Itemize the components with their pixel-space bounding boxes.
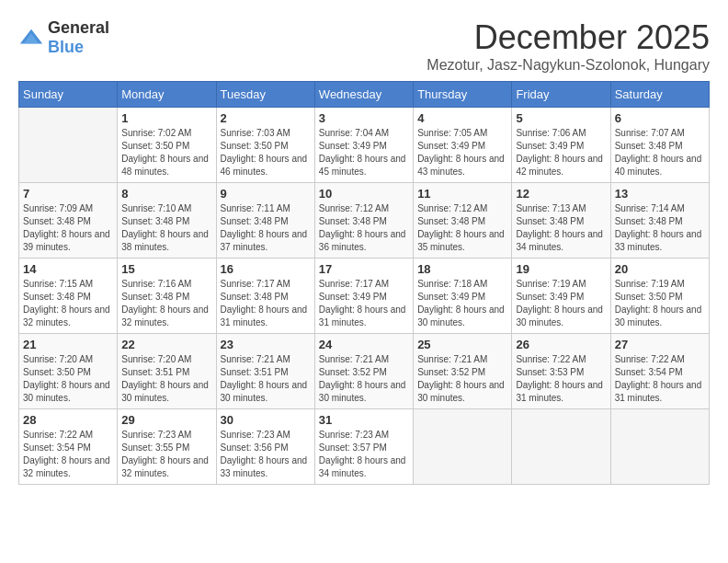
- header-row: Sunday Monday Tuesday Wednesday Thursday…: [19, 82, 710, 108]
- day-number: 21: [23, 338, 113, 351]
- daylight: Daylight: 8 hours and 30 minutes.: [23, 380, 110, 403]
- day-info: Sunrise: 7:22 AM Sunset: 3:53 PM Dayligh…: [516, 353, 606, 405]
- sunrise: Sunrise: 7:17 AM: [221, 279, 290, 289]
- calendar-cell: 17 Sunrise: 7:17 AM Sunset: 3:49 PM Dayl…: [314, 259, 413, 334]
- header-tuesday: Tuesday: [216, 82, 314, 108]
- sunrise: Sunrise: 7:22 AM: [23, 430, 93, 440]
- sunrise: Sunrise: 7:16 AM: [121, 279, 191, 289]
- sunset: Sunset: 3:50 PM: [221, 141, 289, 151]
- calendar-cell: 22 Sunrise: 7:20 AM Sunset: 3:51 PM Dayl…: [118, 334, 216, 409]
- sunrise: Sunrise: 7:21 AM: [221, 354, 290, 364]
- sunrise: Sunrise: 7:19 AM: [516, 279, 586, 289]
- day-number: 7: [23, 187, 113, 201]
- sunset: Sunset: 3:54 PM: [615, 367, 683, 377]
- day-number: 4: [417, 111, 507, 125]
- calendar-cell: 20 Sunrise: 7:19 AM Sunset: 3:50 PM Dayl…: [610, 259, 709, 334]
- daylight: Daylight: 8 hours and 34 minutes.: [319, 455, 406, 478]
- sunset: Sunset: 3:48 PM: [615, 216, 683, 226]
- logo-general: General: [48, 18, 109, 37]
- calendar-table: Sunday Monday Tuesday Wednesday Thursday…: [18, 81, 710, 485]
- sunset: Sunset: 3:56 PM: [221, 442, 289, 453]
- sunset: Sunset: 3:48 PM: [221, 292, 289, 302]
- day-info: Sunrise: 7:16 AM Sunset: 3:48 PM Dayligh…: [121, 278, 211, 329]
- calendar-week-3: 14 Sunrise: 7:15 AM Sunset: 3:48 PM Dayl…: [19, 259, 710, 334]
- calendar-cell: 14 Sunrise: 7:15 AM Sunset: 3:48 PM Dayl…: [19, 259, 118, 334]
- daylight: Daylight: 8 hours and 45 minutes.: [319, 154, 406, 177]
- day-number: 12: [516, 187, 606, 201]
- header-sunday: Sunday: [19, 82, 118, 108]
- daylight: Daylight: 8 hours and 43 minutes.: [417, 154, 505, 177]
- calendar-week-4: 21 Sunrise: 7:20 AM Sunset: 3:50 PM Dayl…: [19, 334, 710, 409]
- daylight: Daylight: 8 hours and 32 minutes.: [121, 304, 209, 327]
- day-info: Sunrise: 7:10 AM Sunset: 3:48 PM Dayligh…: [121, 202, 211, 254]
- sunset: Sunset: 3:52 PM: [319, 367, 387, 377]
- day-number: 24: [319, 338, 409, 351]
- sunset: Sunset: 3:49 PM: [417, 292, 485, 302]
- sunset: Sunset: 3:52 PM: [417, 367, 485, 377]
- sunrise: Sunrise: 7:14 AM: [615, 203, 685, 213]
- page-header: General Blue December 2025 Mezotur, Jasz…: [18, 18, 710, 74]
- daylight: Daylight: 8 hours and 31 minutes.: [516, 380, 603, 403]
- day-number: 3: [319, 111, 409, 125]
- calendar-cell: 27 Sunrise: 7:22 AM Sunset: 3:54 PM Dayl…: [610, 334, 709, 409]
- day-number: 6: [615, 111, 705, 125]
- sunset: Sunset: 3:48 PM: [417, 216, 485, 226]
- daylight: Daylight: 8 hours and 30 minutes.: [516, 304, 603, 327]
- day-info: Sunrise: 7:21 AM Sunset: 3:51 PM Dayligh…: [221, 353, 311, 405]
- day-number: 17: [319, 262, 409, 276]
- calendar-cell: 12 Sunrise: 7:13 AM Sunset: 3:48 PM Dayl…: [512, 183, 610, 259]
- daylight: Daylight: 8 hours and 30 minutes.: [417, 380, 505, 403]
- daylight: Daylight: 8 hours and 30 minutes.: [319, 380, 406, 403]
- day-number: 18: [417, 262, 507, 276]
- day-info: Sunrise: 7:20 AM Sunset: 3:51 PM Dayligh…: [121, 353, 211, 405]
- daylight: Daylight: 8 hours and 31 minutes.: [615, 380, 702, 403]
- sunset: Sunset: 3:48 PM: [516, 216, 584, 226]
- sunrise: Sunrise: 7:05 AM: [417, 128, 487, 138]
- calendar-cell: 5 Sunrise: 7:06 AM Sunset: 3:49 PM Dayli…: [512, 108, 610, 183]
- calendar-cell: 25 Sunrise: 7:21 AM Sunset: 3:52 PM Dayl…: [414, 334, 512, 409]
- day-number: 15: [121, 262, 211, 276]
- calendar-cell: 6 Sunrise: 7:07 AM Sunset: 3:48 PM Dayli…: [610, 108, 709, 183]
- day-number: 5: [516, 111, 606, 125]
- daylight: Daylight: 8 hours and 39 minutes.: [23, 229, 110, 252]
- day-info: Sunrise: 7:21 AM Sunset: 3:52 PM Dayligh…: [417, 353, 507, 405]
- day-info: Sunrise: 7:15 AM Sunset: 3:48 PM Dayligh…: [23, 278, 113, 329]
- day-info: Sunrise: 7:12 AM Sunset: 3:48 PM Dayligh…: [417, 202, 507, 254]
- daylight: Daylight: 8 hours and 48 minutes.: [121, 154, 209, 177]
- day-info: Sunrise: 7:12 AM Sunset: 3:48 PM Dayligh…: [319, 202, 409, 254]
- calendar-cell: 28 Sunrise: 7:22 AM Sunset: 3:54 PM Dayl…: [19, 409, 118, 485]
- day-info: Sunrise: 7:14 AM Sunset: 3:48 PM Dayligh…: [615, 202, 705, 254]
- day-number: 10: [319, 187, 409, 201]
- day-number: 11: [417, 187, 507, 201]
- logo-blue: Blue: [48, 38, 84, 56]
- day-info: Sunrise: 7:23 AM Sunset: 3:55 PM Dayligh…: [121, 429, 211, 480]
- sunrise: Sunrise: 7:20 AM: [23, 354, 93, 364]
- daylight: Daylight: 8 hours and 36 minutes.: [319, 229, 406, 252]
- sunrise: Sunrise: 7:04 AM: [319, 128, 389, 138]
- sunset: Sunset: 3:48 PM: [615, 141, 683, 151]
- daylight: Daylight: 8 hours and 33 minutes.: [221, 455, 308, 478]
- calendar-cell: 15 Sunrise: 7:16 AM Sunset: 3:48 PM Dayl…: [118, 259, 216, 334]
- sunrise: Sunrise: 7:10 AM: [121, 203, 191, 213]
- daylight: Daylight: 8 hours and 30 minutes.: [417, 304, 505, 327]
- day-info: Sunrise: 7:20 AM Sunset: 3:50 PM Dayligh…: [23, 353, 113, 405]
- day-info: Sunrise: 7:03 AM Sunset: 3:50 PM Dayligh…: [221, 127, 311, 178]
- day-number: 1: [121, 111, 211, 125]
- calendar-cell: 31 Sunrise: 7:23 AM Sunset: 3:57 PM Dayl…: [314, 409, 413, 485]
- calendar-cell: 23 Sunrise: 7:21 AM Sunset: 3:51 PM Dayl…: [216, 334, 314, 409]
- sunrise: Sunrise: 7:12 AM: [319, 203, 389, 213]
- daylight: Daylight: 8 hours and 33 minutes.: [615, 229, 702, 252]
- sunset: Sunset: 3:50 PM: [121, 141, 189, 151]
- sunset: Sunset: 3:54 PM: [23, 442, 91, 453]
- calendar-cell: 10 Sunrise: 7:12 AM Sunset: 3:48 PM Dayl…: [314, 183, 413, 259]
- daylight: Daylight: 8 hours and 46 minutes.: [221, 154, 308, 177]
- daylight: Daylight: 8 hours and 34 minutes.: [516, 229, 603, 252]
- day-info: Sunrise: 7:11 AM Sunset: 3:48 PM Dayligh…: [221, 202, 311, 254]
- day-info: Sunrise: 7:09 AM Sunset: 3:48 PM Dayligh…: [23, 202, 113, 254]
- day-info: Sunrise: 7:23 AM Sunset: 3:56 PM Dayligh…: [221, 429, 311, 480]
- sunset: Sunset: 3:48 PM: [121, 216, 189, 226]
- calendar-cell: 29 Sunrise: 7:23 AM Sunset: 3:55 PM Dayl…: [118, 409, 216, 485]
- calendar-cell: 19 Sunrise: 7:19 AM Sunset: 3:49 PM Dayl…: [512, 259, 610, 334]
- sunrise: Sunrise: 7:03 AM: [221, 128, 290, 138]
- day-number: 13: [615, 187, 705, 201]
